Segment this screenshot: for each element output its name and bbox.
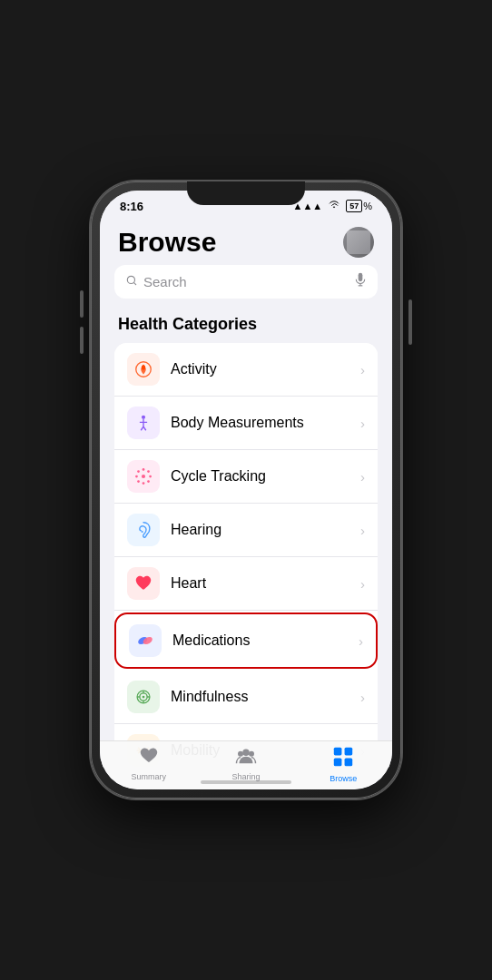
cycle-label: Cycle Tracking (171, 468, 360, 485)
svg-rect-40 (334, 759, 342, 767)
battery-icon: 57% (346, 200, 372, 212)
svg-point-37 (249, 751, 254, 757)
mindfulness-label: Mindfulness (171, 689, 360, 705)
search-bar[interactable]: Search (114, 265, 378, 299)
power-button (408, 299, 412, 345)
microphone-icon[interactable] (354, 272, 367, 291)
volume-down-button (80, 327, 84, 354)
search-icon (125, 274, 138, 289)
chevron-icon: › (360, 690, 365, 705)
svg-point-18 (137, 480, 140, 483)
list-item[interactable]: Hearing › (114, 504, 378, 557)
chevron-icon: › (360, 469, 365, 485)
svg-point-36 (238, 751, 243, 757)
search-placeholder: Search (143, 274, 349, 289)
hearing-label: Hearing (171, 522, 360, 538)
wifi-icon (327, 198, 341, 214)
chevron-icon: › (360, 523, 365, 538)
status-time: 8:16 (120, 200, 143, 213)
svg-rect-41 (345, 759, 353, 767)
categories-list: Activity › (114, 343, 378, 768)
summary-tab-label: Summary (131, 772, 166, 781)
page-title: Browse (118, 227, 216, 258)
screen-content[interactable]: Browse Search (100, 218, 392, 768)
chevron-icon: › (360, 362, 365, 377)
svg-point-12 (143, 468, 145, 471)
cycle-icon (127, 460, 160, 493)
browse-tab-label: Browse (330, 774, 357, 783)
body-label: Body Measurements (171, 415, 360, 431)
medications-list-item[interactable]: Medications › (114, 612, 378, 669)
svg-line-10 (143, 426, 146, 430)
volume-up-button (80, 290, 84, 318)
svg-point-25 (143, 696, 145, 699)
chevron-icon: › (360, 576, 365, 592)
svg-point-14 (135, 475, 138, 478)
tab-summary[interactable]: Summary (100, 747, 197, 781)
svg-point-22 (142, 635, 153, 645)
header: Browse (100, 218, 392, 265)
medications-label: Medications (172, 632, 359, 649)
notch (187, 181, 305, 205)
avatar[interactable] (343, 227, 374, 258)
svg-point-11 (142, 475, 145, 478)
svg-rect-39 (345, 748, 353, 756)
svg-rect-38 (334, 748, 342, 756)
phone-screen: 8:16 ▲▲▲ 57% Browse (100, 191, 392, 789)
svg-point-6 (142, 416, 145, 419)
heart-label: Heart (171, 575, 360, 592)
svg-rect-1 (359, 273, 363, 281)
phone-frame: 8:16 ▲▲▲ 57% Browse (91, 181, 401, 799)
heart-icon (127, 567, 160, 600)
svg-point-13 (143, 482, 145, 485)
status-icons: ▲▲▲ 57% (293, 198, 372, 214)
list-item[interactable]: Heart › (114, 557, 378, 611)
chevron-icon: › (359, 633, 363, 649)
summary-tab-icon (139, 747, 159, 770)
list-item[interactable]: Cycle Tracking › (114, 450, 378, 504)
sharing-tab-icon (235, 747, 257, 770)
tab-sharing[interactable]: Sharing (197, 747, 294, 781)
svg-point-20 (142, 531, 143, 533)
browse-tab-icon (333, 747, 353, 772)
section-header: Health Categories (100, 311, 392, 343)
mindfulness-icon (127, 681, 160, 713)
chevron-icon: › (360, 416, 365, 431)
home-indicator (201, 780, 291, 784)
activity-icon (127, 353, 160, 386)
svg-point-19 (147, 480, 150, 483)
list-item[interactable]: Activity › (114, 343, 378, 397)
avatar-image (347, 230, 370, 254)
body-icon (127, 407, 160, 439)
hearing-icon (127, 514, 160, 546)
medications-icon (129, 624, 162, 657)
svg-point-5 (142, 365, 145, 370)
svg-point-35 (242, 750, 250, 757)
tab-browse[interactable]: Browse (295, 747, 392, 783)
svg-point-15 (149, 475, 152, 478)
svg-point-16 (137, 470, 140, 473)
activity-label: Activity (171, 361, 360, 377)
list-item[interactable]: Mindfulness › (114, 671, 378, 724)
svg-point-17 (147, 470, 150, 473)
list-item[interactable]: Body Measurements › (114, 397, 378, 450)
